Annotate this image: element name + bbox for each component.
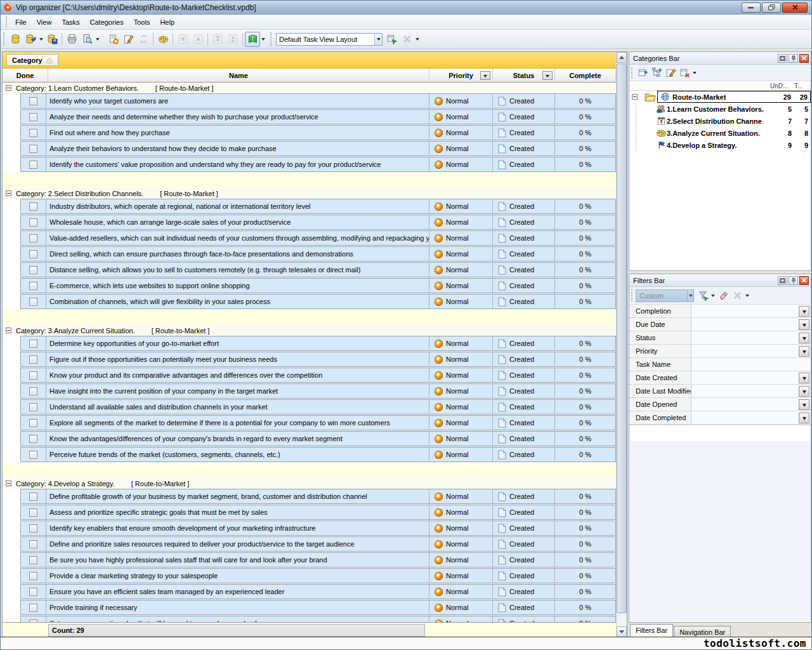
task-name-cell[interactable]: Ensure you have an efficient sales team … [46,585,429,599]
filter-dropdown-button[interactable] [799,319,809,330]
category-group-header[interactable]: Category: 2.Select Distribution Channels… [3,188,616,199]
done-checkbox[interactable] [29,540,37,548]
priority-cell[interactable]: Normal [429,110,492,124]
tree-category-row[interactable]: 52.Select Distribution Channe77 [636,115,811,127]
layout-combobox[interactable]: Default Task View Layout [276,33,383,46]
task-row[interactable]: Understand all available sales and distr… [20,399,616,415]
status-cell[interactable]: Created [492,553,554,567]
status-cell[interactable]: Created [492,336,554,350]
apply-layout-button[interactable] [384,32,399,47]
done-checkbox[interactable] [29,266,37,274]
status-cell[interactable]: Created [492,384,554,398]
done-checkbox[interactable] [29,234,37,242]
complete-cell[interactable]: 0 % [554,352,615,366]
status-cell[interactable]: Created [492,600,554,614]
task-row[interactable]: Combination of channels, which will give… [20,294,616,309]
complete-cell[interactable]: 0 % [554,585,615,599]
priority-filter-dropdown[interactable] [480,71,490,80]
collapse-icon[interactable] [6,481,11,486]
priority-cell[interactable]: Normal [429,368,492,382]
task-row[interactable]: Analyze their needs and determine whethe… [20,109,616,124]
status-cell[interactable]: Created [492,585,554,599]
task-name-cell[interactable]: Know the advantages/differences of your … [46,432,429,446]
tree-root-row[interactable]: Route-to-Market2929 [629,91,811,103]
new-subcategory-button[interactable] [650,66,664,80]
column-header-status[interactable]: Status [493,69,555,82]
priority-cell[interactable]: Normal [429,416,492,430]
filter-preset-combobox[interactable]: Custom [636,289,694,302]
done-checkbox[interactable] [29,419,37,427]
priority-cell[interactable]: Normal [429,94,492,108]
priority-cell[interactable]: Normal [429,263,492,277]
complete-cell[interactable]: 0 % [554,400,615,414]
scroll-up-button[interactable] [617,52,627,63]
priority-cell[interactable]: Normal [429,400,492,414]
eraser-button[interactable] [716,289,730,303]
edit-category-button[interactable] [664,66,678,80]
chevron-down-icon[interactable] [38,32,44,47]
task-name-cell[interactable]: Know your product and its comparative ad… [46,368,429,382]
status-cell[interactable]: Created [492,247,554,261]
done-checkbox[interactable] [29,371,37,380]
priority-cell[interactable]: Normal [429,537,492,551]
task-name-cell[interactable]: Direct selling, which can ensure purchas… [46,247,429,261]
status-cell[interactable]: Created [492,126,554,140]
task-row[interactable]: Identify the customers' value propositio… [20,157,616,172]
task-name-cell[interactable]: Distance selling, which allows you to se… [46,263,429,277]
task-row[interactable]: Determine key opportunities of your go-t… [20,336,616,351]
task-row[interactable]: Wholesale house, which can arrange large… [20,215,616,230]
task-row[interactable]: Identify key enablers that ensure smooth… [20,521,616,536]
chevron-down-icon[interactable] [374,34,382,45]
tree-column-undone[interactable]: UnD... [770,83,794,90]
priority-cell[interactable]: Normal [429,279,492,293]
chevron-down-icon[interactable] [687,290,693,302]
status-cell[interactable]: Created [492,263,554,277]
task-row[interactable]: Figure out if those opportunities can po… [20,352,616,367]
vertical-scrollbar[interactable] [616,52,627,637]
complete-cell[interactable]: 0 % [554,569,615,583]
task-row[interactable]: Define profitable growth of your busines… [20,489,616,504]
status-cell[interactable]: Created [492,432,554,446]
menu-tools[interactable]: Tools [129,17,155,28]
filter-dropdown-button[interactable] [799,399,809,410]
done-checkbox[interactable] [29,604,37,612]
task-row[interactable]: Explore all segments of the market to de… [20,415,616,430]
filter-dropdown-button[interactable] [799,306,809,317]
task-name-cell[interactable]: Provide training if necessary [46,600,429,614]
priority-cell[interactable]: Normal [429,600,492,614]
status-cell[interactable]: Created [492,489,554,503]
collapse-icon[interactable] [6,190,11,196]
menu-categories[interactable]: Categories [85,17,129,28]
save-database-button[interactable] [44,32,60,47]
task-name-cell[interactable]: Analyze their needs and determine whethe… [46,110,429,124]
task-name-cell[interactable]: Provide a clear marketing strategy to yo… [46,569,429,583]
palette-button[interactable] [155,32,171,47]
priority-cell[interactable]: Normal [429,247,492,261]
print-preview-button[interactable] [79,32,95,47]
priority-cell[interactable]: Normal [429,126,492,140]
filter-dropdown-button[interactable] [799,373,809,383]
task-name-cell[interactable]: Understand all available sales and distr… [46,400,429,414]
panel-pin-icon[interactable] [789,54,798,63]
complete-cell[interactable]: 0 % [554,94,615,108]
status-cell[interactable]: Created [492,295,554,308]
priority-cell[interactable]: Normal [429,215,492,229]
tree-category-row[interactable]: 3.Analyze Current Situation.88 [636,127,811,139]
status-cell[interactable]: Created [492,505,554,519]
done-checkbox[interactable] [29,355,37,364]
task-name-cell[interactable]: Identify key enablers that ensure smooth… [46,521,429,535]
status-cell[interactable]: Created [492,616,554,622]
panel-pin-icon[interactable] [789,276,798,285]
status-cell[interactable]: Created [492,537,554,551]
column-header-name[interactable]: Name [48,69,429,82]
tree-column-total[interactable]: T... [794,83,809,90]
task-name-cell[interactable]: Determine key opportunities of your go-t… [46,336,429,350]
status-cell[interactable]: Created [492,416,554,430]
column-header-priority[interactable]: Priority [429,69,493,82]
scrollbar-thumb[interactable] [617,63,627,613]
status-cell[interactable]: Created [492,157,554,171]
task-row[interactable]: Have insight into the current position o… [20,383,616,399]
priority-cell[interactable]: Normal [429,199,492,213]
done-checkbox[interactable] [29,298,37,306]
new-category-button[interactable] [636,66,650,80]
